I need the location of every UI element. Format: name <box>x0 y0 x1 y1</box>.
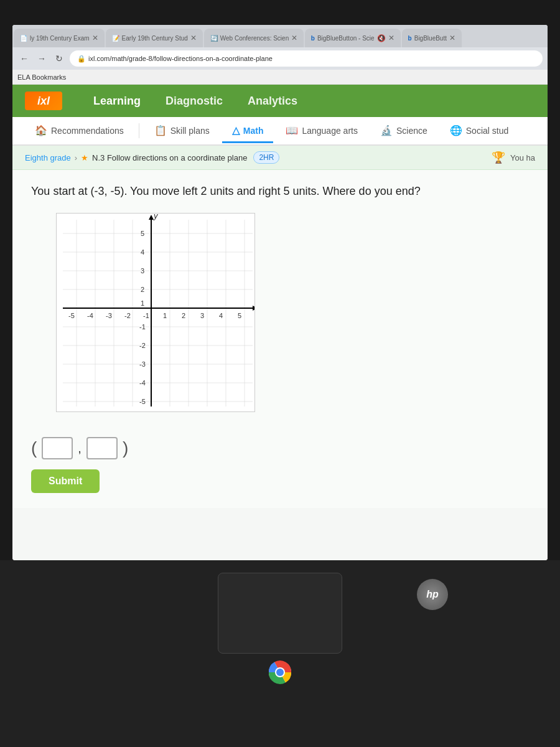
answer-y-input[interactable] <box>86 437 118 459</box>
tab-skill-plans[interactable]: 📋 Skill plans <box>144 120 220 143</box>
recommendations-label: Recommendations <box>51 126 124 136</box>
svg-text:-3: -3 <box>106 312 112 319</box>
svg-text:-2: -2 <box>124 312 131 319</box>
svg-text:4: 4 <box>219 312 223 319</box>
tab-math[interactable]: △ Math <box>222 120 274 143</box>
tab-2-close[interactable]: ✕ <box>190 34 197 42</box>
svg-text:4: 4 <box>141 248 144 256</box>
hp-logo: hp <box>417 579 448 610</box>
logo-text: ixl <box>37 95 50 108</box>
bookmarks-bar: ELA Bookmarks <box>12 70 548 85</box>
tab-4-icon: b <box>311 35 315 42</box>
tab-2[interactable]: 📝 Early 19th Century Stud ✕ <box>106 29 203 47</box>
address-bar[interactable]: 🔒 ixl.com/math/grade-8/follow-directions… <box>70 50 543 67</box>
svg-text:-5: -5 <box>139 398 146 405</box>
back-button[interactable]: ← <box>17 52 31 65</box>
svg-text:2: 2 <box>182 312 185 319</box>
social-studies-icon: 🌐 <box>450 125 462 136</box>
tab-1-close[interactable]: ✕ <box>92 34 98 42</box>
nav-analytics[interactable]: Analytics <box>235 90 310 113</box>
svg-text:-3: -3 <box>139 360 146 368</box>
tab-4-close[interactable]: ✕ <box>388 34 394 42</box>
y-axis-label: y <box>153 213 159 220</box>
svg-text:-2: -2 <box>139 342 146 349</box>
svg-text:5: 5 <box>141 230 144 237</box>
tab-1-label: ly 19th Century Exam <box>30 35 90 42</box>
comma: , <box>78 441 82 456</box>
close-paren: ) <box>123 438 128 458</box>
svg-text:-5: -5 <box>68 312 75 319</box>
tab-2-icon: 📝 <box>112 35 119 42</box>
recommendations-icon: 🏠 <box>35 125 47 136</box>
math-label: Math <box>243 126 264 136</box>
math-icon: △ <box>232 125 240 136</box>
tab-bar: 📄 ly 19th Century Exam ✕ 📝 Early 19th Ce… <box>12 25 548 47</box>
tab-social-studies[interactable]: 🌐 Social stud <box>440 120 518 143</box>
tab-1[interactable]: 📄 ly 19th Century Exam ✕ <box>14 29 105 47</box>
refresh-button[interactable]: ↻ <box>52 52 66 65</box>
breadcrumb-bar: Eighth grade › ★ N.3 Follow directions o… <box>12 146 548 170</box>
breadcrumb-right: 🏆 You ha <box>492 151 535 164</box>
skill-plans-icon: 📋 <box>154 125 167 136</box>
graph-container: -5 -4 -3 -2 -1 1 2 3 4 5 5 4 3 2 1 -1 <box>56 213 255 415</box>
trackpad[interactable] <box>218 573 342 654</box>
tab-3-label: Web Conferences: Scien <box>220 35 289 42</box>
tab-5[interactable]: b BigBlueButt ✕ <box>402 29 462 47</box>
open-paren: ( <box>31 438 37 458</box>
svg-text:2: 2 <box>141 286 144 293</box>
svg-marker-23 <box>149 215 154 220</box>
svg-text:3: 3 <box>141 267 144 275</box>
svg-text:-4: -4 <box>87 312 93 319</box>
skill-plans-label: Skill plans <box>170 126 210 136</box>
you-label: You ha <box>510 153 535 162</box>
tab-5-icon: b <box>408 35 412 42</box>
svg-point-46 <box>276 669 284 676</box>
tab-sep-1 <box>139 123 139 138</box>
svg-marker-21 <box>253 306 255 311</box>
laptop-bottom <box>0 560 560 747</box>
tab-4-mute[interactable]: 🔇 <box>377 34 386 42</box>
tab-1-icon: 📄 <box>20 35 27 42</box>
ixl-logo[interactable]: ixl <box>25 92 62 110</box>
ixl-header: ixl Learning Diagnostic Analytics <box>12 85 548 117</box>
tab-science[interactable]: 🔬 Science <box>370 120 437 143</box>
tab-3[interactable]: 🔄 Web Conferences: Scien ✕ <box>204 29 304 47</box>
language-arts-icon: 📖 <box>286 125 298 136</box>
svg-text:1: 1 <box>141 299 144 307</box>
answer-x-input[interactable] <box>42 437 73 459</box>
tab-4[interactable]: b BigBlueButton - Scie 🔇 ✕ <box>305 29 401 47</box>
svg-text:5: 5 <box>238 312 241 319</box>
tab-3-close[interactable]: ✕ <box>291 34 297 42</box>
nav-learning[interactable]: Learning <box>81 90 153 113</box>
social-studies-label: Social stud <box>466 126 508 136</box>
svg-text:1: 1 <box>163 312 167 319</box>
tab-recommendations[interactable]: 🏠 Recommendations <box>25 120 134 143</box>
breadcrumb-grade[interactable]: Eighth grade <box>25 153 71 162</box>
address-bar-row: ← → ↻ 🔒 ixl.com/math/grade-8/follow-dire… <box>12 47 548 70</box>
tab-5-label: BigBlueButt <box>414 35 447 42</box>
language-arts-label: Language arts <box>302 126 358 136</box>
chrome-logo <box>268 660 292 685</box>
submit-button[interactable]: Submit <box>31 469 100 493</box>
main-content: You start at (-3, -5). You move left 2 u… <box>12 170 548 508</box>
tab-3-icon: 🔄 <box>210 35 218 42</box>
lock-icon: 🔒 <box>77 55 86 63</box>
time-badge: 2HR <box>253 151 279 164</box>
nav-diagnostic[interactable]: Diagnostic <box>153 90 235 113</box>
tab-2-label: Early 19th Century Stud <box>122 35 188 42</box>
coordinate-plane: -5 -4 -3 -2 -1 1 2 3 4 5 5 4 3 2 1 -1 <box>56 213 255 412</box>
tab-4-label: BigBlueButton - Scie <box>317 35 375 42</box>
science-icon: 🔬 <box>380 125 393 136</box>
tab-language-arts[interactable]: 📖 Language arts <box>276 120 368 143</box>
question-text: You start at (-3, -5). You move left 2 u… <box>31 185 529 198</box>
url-text: ixl.com/math/grade-8/follow-directions-o… <box>88 55 273 62</box>
science-label: Science <box>396 126 427 136</box>
forward-button[interactable]: → <box>35 52 49 65</box>
screen-area: 📄 ly 19th Century Exam ✕ 📝 Early 19th Ce… <box>12 25 548 560</box>
browser-chrome: 📄 ly 19th Century Exam ✕ 📝 Early 19th Ce… <box>12 25 548 85</box>
skill-star-icon: ★ <box>81 153 88 162</box>
ixl-app: ixl Learning Diagnostic Analytics 🏠 Reco… <box>12 85 548 560</box>
answer-area: ( , ) <box>31 437 529 459</box>
bookmarks-label: ELA Bookmarks <box>17 73 66 81</box>
tab-5-close[interactable]: ✕ <box>449 34 455 42</box>
